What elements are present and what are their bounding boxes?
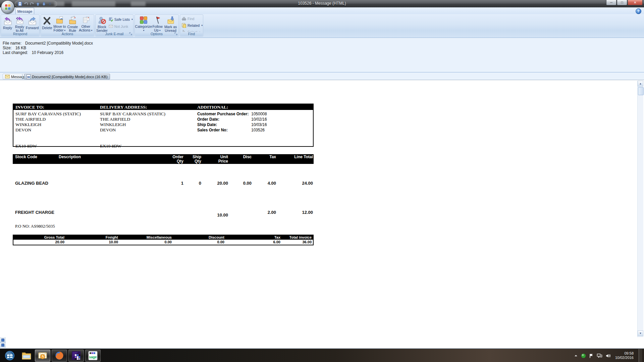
tab-message[interactable]: Message	[15, 8, 34, 14]
categorize-button[interactable]: Categorize ▼	[136, 15, 152, 33]
invoice-address-table: INVOICE TO: DELIVERY ADDRESS: ADDITIONAL…	[13, 104, 314, 147]
ribbon: Reply Reply to All Forward Res	[0, 14, 644, 38]
taskbar-clock[interactable]: 09:58 10/02/2016	[615, 351, 634, 360]
group-junk-email: Block Sender Safe Lists▼	[95, 14, 133, 37]
item-order-qty: 1	[157, 181, 183, 186]
close-button[interactable]: ✕	[628, 0, 643, 5]
taskbar-outlook-button[interactable]	[35, 350, 50, 362]
reply-button[interactable]: Reply	[2, 15, 13, 33]
block-sender-button[interactable]: Block Sender	[96, 15, 108, 33]
scroll-thumb[interactable]	[638, 87, 644, 95]
additional-row: Customer Purchase Order:1050008	[197, 111, 311, 117]
additional-heading: ADDITIONAL:	[197, 104, 228, 110]
file-size-value: 16 KB	[15, 46, 26, 50]
move-to-folder-button[interactable]: Move to Folder▼	[53, 15, 67, 33]
reply-label: Reply	[3, 26, 12, 30]
additional-value: 10/02/16	[251, 117, 267, 122]
related-button[interactable]: Related▼	[181, 22, 204, 28]
show-hidden-icons-button[interactable]	[574, 354, 578, 358]
window-title: 103526 - Message (HTML)	[0, 1, 644, 6]
address-line: SURF BAY CARAVANS (STATIC)	[100, 111, 182, 117]
document-preview: INVOICE TO: DELIVERY ADDRESS: ADDITIONAL…	[0, 80, 644, 348]
mail-icon	[5, 75, 10, 78]
other-actions-icon	[81, 16, 91, 24]
forward-label: Forward	[26, 26, 39, 30]
dropdown-arrow-icon: ▼	[143, 29, 145, 32]
tab-message-label: Message	[11, 75, 26, 79]
follow-up-label: Follow Up	[152, 24, 162, 32]
additional-label: Sales Order No:	[197, 127, 228, 133]
forward-button[interactable]: Forward	[26, 15, 39, 33]
previous-page-button[interactable]	[0, 338, 6, 343]
dropdown-arrow-icon: ▼	[131, 18, 133, 20]
totals-value-tax: 6.00	[224, 240, 280, 245]
reply-all-icon	[15, 16, 25, 25]
additional-label: Ship Date:	[197, 122, 217, 127]
reply-to-all-button[interactable]: Reply to All	[13, 15, 26, 33]
clock-date: 10/02/2016	[615, 356, 634, 360]
follow-up-button[interactable]: Follow Up▼	[152, 15, 163, 33]
show-desktop-button[interactable]	[639, 349, 642, 362]
create-rule-button[interactable]: Create Rule	[67, 15, 78, 33]
file-size-row: Size:16 KB	[3, 46, 26, 50]
col-header-disc: Disc	[231, 155, 252, 159]
svg-text:sage: sage	[89, 355, 97, 359]
office-button[interactable]	[1, 0, 14, 14]
taskbar-explorer-button[interactable]	[19, 350, 34, 362]
file-name-row: File name:Document2 [Compatibility Mode]…	[3, 41, 93, 46]
item-disc: 0.00	[231, 181, 252, 186]
window-controls: ─ □ ✕	[606, 0, 643, 5]
scroll-up-button[interactable]: ▲	[638, 81, 643, 86]
vertical-scrollbar[interactable]: ▲ ▼	[637, 81, 643, 337]
maximize-button[interactable]: □	[617, 0, 627, 5]
junk-dialog-launcher-icon[interactable]	[129, 32, 132, 36]
additional-row: Ship Date:10/03/16	[197, 122, 311, 127]
other-actions-button[interactable]: Other Actions▼	[78, 15, 93, 33]
attachment-tab-bar: Message W Document2 [Compatibility Mode]…	[0, 74, 644, 79]
address-line: THE AIRFIELD	[100, 117, 182, 122]
related-icon	[181, 23, 186, 28]
delete-button[interactable]: Delete	[42, 15, 53, 33]
address-line: DEVON	[100, 127, 182, 133]
status-green-icon[interactable]	[581, 353, 586, 358]
totals-header-discount: Discount	[172, 235, 224, 240]
file-size-label: Size:	[3, 46, 12, 50]
items-table-header: Stock Code Description OrderQty ShipQty …	[13, 154, 314, 164]
block-sender-label: Block Sender	[96, 25, 108, 33]
totals-header-misc: Miscellaneous	[118, 235, 172, 240]
help-button[interactable]: ?	[636, 8, 641, 14]
taskbar-purple-app-button[interactable]	[68, 350, 84, 362]
firefox-icon	[54, 351, 64, 361]
not-junk-button[interactable]: Not Junk	[108, 23, 134, 29]
tab-attachment-document[interactable]: W Document2 [Compatibility Mode].docx (1…	[24, 74, 110, 79]
next-page-button[interactable]	[0, 343, 6, 348]
find-button[interactable]: Find	[181, 16, 204, 21]
group-label-junk: Junk E-mail	[96, 32, 133, 36]
sage-icon: sage	[88, 351, 98, 360]
group-label-respond: Respond	[1, 32, 39, 36]
totals-value-misc: 0.00	[118, 240, 172, 245]
mark-as-unread-button[interactable]: Mark as Unread	[163, 15, 178, 33]
delete-icon	[42, 16, 52, 26]
file-name-value: Document2 [Compatibility Mode].docx	[25, 41, 93, 46]
group-label-options: Options	[135, 32, 178, 36]
options-dialog-launcher-icon[interactable]	[174, 32, 178, 36]
minimize-button[interactable]: ─	[606, 0, 616, 5]
safe-lists-button[interactable]: Safe Lists▼	[108, 16, 134, 22]
move-to-folder-icon	[55, 16, 65, 24]
invoice-totals-table: Gross Total Freight Miscellaneous Discou…	[13, 235, 314, 245]
taskbar-sage-button[interactable]: sage	[85, 350, 101, 362]
address-line: WINKLEIGH	[100, 122, 182, 127]
totals-value-gross: 20.00	[14, 240, 64, 245]
create-rule-label: Create Rule	[67, 25, 78, 33]
start-button[interactable]	[2, 350, 17, 362]
taskbar-firefox-button[interactable]	[52, 350, 67, 362]
network-icon[interactable]	[597, 353, 602, 358]
group-label-actions: Actions	[41, 32, 94, 36]
reply-to-all-label: Reply to All	[15, 25, 24, 33]
scroll-down-button[interactable]: ▼	[638, 330, 643, 336]
totals-header-gross: Gross Total	[14, 235, 64, 240]
col-header-description: Description	[59, 155, 132, 159]
action-center-flag-icon[interactable]	[589, 353, 594, 358]
volume-icon[interactable]	[605, 353, 611, 358]
